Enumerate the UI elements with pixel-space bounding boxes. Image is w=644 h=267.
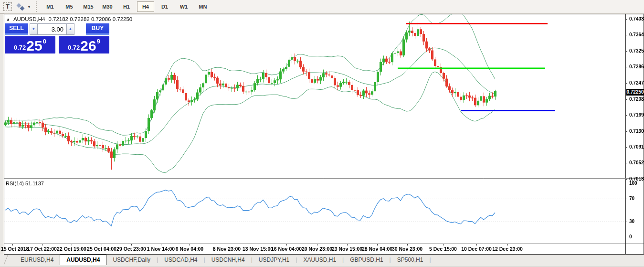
timeframe-button-m5[interactable]: M5 — [61, 1, 78, 12]
arrows-tool-button[interactable]: ▼ — [17, 1, 31, 12]
buy-price-prefix: 0.72 — [68, 44, 80, 51]
symbol-title: AUDUSD,H4 — [13, 16, 45, 22]
rsi-indicator-label: RSI(14) 51.1137 — [6, 181, 44, 186]
chart-tab-usdchf-daily[interactable]: USDCHF,Daily — [106, 255, 157, 265]
buy-price-big: 26 — [80, 39, 96, 52]
mt4-window: T ▼ M1M5M15M30H1H4D1W1MN ▲ AUDUSD,H4 0.7… — [0, 0, 644, 267]
chart-tab-audusd-h4[interactable]: AUDUSD,H4 — [60, 255, 106, 265]
timeframe-toolbar: M1M5M15M30H1H4D1W1MN — [41, 1, 212, 12]
timeframe-button-m30[interactable]: M30 — [99, 1, 116, 12]
lot-size-input[interactable] — [38, 23, 66, 35]
chart-tab-xauusd-h1[interactable]: XAUUSD,H1 — [297, 255, 342, 265]
timeframe-button-mn[interactable]: MN — [194, 1, 211, 12]
tabs-leading-notch — [4, 255, 12, 265]
timeframe-button-h1[interactable]: H1 — [118, 1, 135, 12]
timeframe-button-m15[interactable]: M15 — [80, 1, 97, 12]
chart-tab-usdjpy-h1[interactable]: USDJPY,H1 — [253, 255, 296, 265]
lot-decrease-button[interactable]: ▼ — [30, 23, 38, 35]
toolbar-separator — [36, 1, 37, 12]
buy-price-sup: 9 — [97, 38, 100, 45]
top-toolbar: T ▼ M1M5M15M30H1H4D1W1MN — [0, 0, 644, 14]
one-click-trading-panel: SELL ▼ ▲ BUY 0.72 25 0 0.72 26 9 — [5, 23, 109, 53]
timeframe-button-d1[interactable]: D1 — [156, 1, 173, 12]
chart-title: ▲ AUDUSD,H4 0.72182 0.72282 0.72086 0.72… — [6, 16, 132, 22]
buy-button[interactable]: BUY — [86, 23, 109, 35]
text-tool-icon: T — [3, 2, 12, 11]
chart-tab-gbpusd-h1[interactable]: GBPUSD,H1 — [344, 255, 389, 265]
sell-price-prefix: 0.72 — [14, 44, 26, 51]
timeframe-button-m1[interactable]: M1 — [42, 1, 59, 12]
dropdown-caret-icon: ▼ — [27, 5, 31, 9]
sell-price-sup: 0 — [43, 38, 46, 45]
collapse-triangle-icon[interactable]: ▲ — [6, 17, 10, 21]
lot-stepper: ▼ ▲ — [30, 23, 74, 35]
chart-tab-usdcnh-h4[interactable]: USDCNH,H4 — [205, 255, 251, 265]
chart-tabs-bar: EURUSD,H4AUDUSD,H4USDCHF,Daily|USDCAD,H4… — [0, 255, 644, 267]
tab-separator: | — [429, 255, 431, 265]
timeframe-button-h4[interactable]: H4 — [137, 1, 154, 12]
sell-price-box[interactable]: 0.72 25 0 — [5, 36, 55, 53]
chart-tab-sp500-h1[interactable]: SP500,H1 — [391, 255, 430, 265]
chart-tab-eurusd-h4[interactable]: EURUSD,H4 — [14, 255, 60, 265]
lot-increase-button[interactable]: ▲ — [66, 23, 74, 35]
timeframe-button-w1[interactable]: W1 — [175, 1, 192, 12]
arrows-tool-icon — [20, 6, 25, 11]
ohlc-values: 0.72182 0.72282 0.72086 0.72250 — [48, 16, 132, 22]
buy-price-box[interactable]: 0.72 26 9 — [59, 36, 109, 53]
current-price-badge: 0.72250 — [626, 89, 644, 96]
chart-tab-usdcad-h4[interactable]: USDCAD,H4 — [158, 255, 203, 265]
sell-price-big: 25 — [26, 39, 42, 52]
text-tool-button[interactable]: T — [2, 1, 13, 12]
sell-button[interactable]: SELL — [5, 23, 28, 35]
